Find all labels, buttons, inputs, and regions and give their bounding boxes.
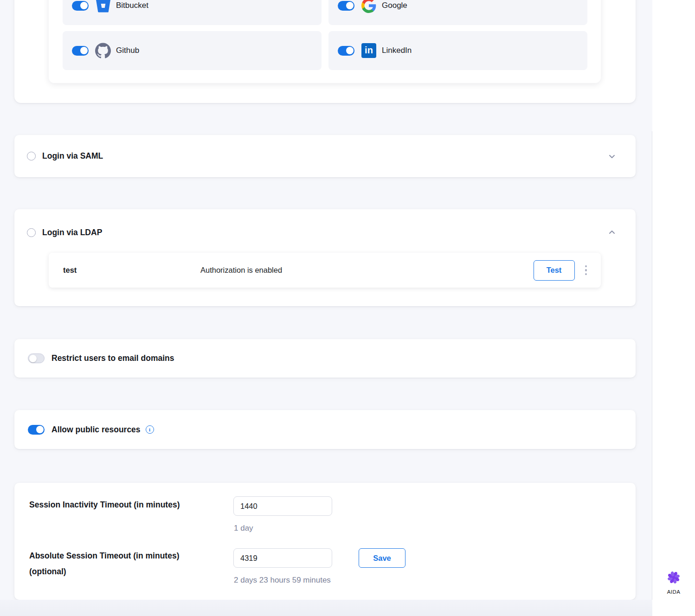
provider-row-linkedin: in LinkedIn [328, 31, 587, 70]
provider-row-github: Github [63, 31, 322, 70]
toggle-knob [36, 426, 44, 433]
github-icon [95, 43, 111, 58]
ldap-entry-status: Authorization is enabled [200, 266, 282, 275]
provider-label: Bitbucket [116, 1, 148, 10]
provider-label: LinkedIn [382, 46, 412, 55]
restrict-domains-card: Restrict users to email domains [14, 339, 636, 378]
bitbucket-toggle[interactable] [72, 1, 89, 11]
ldap-entry-name: test [63, 266, 200, 275]
auth-settings-page: Bitbucket Google [0, 0, 695, 616]
public-resources-label: Allow public resources [51, 425, 141, 435]
toggle-knob [346, 47, 354, 54]
aida-flower-icon [665, 569, 682, 586]
chevron-down-icon[interactable] [608, 152, 616, 160]
test-button[interactable]: Test [534, 260, 575, 281]
chevron-up-icon[interactable] [608, 228, 616, 237]
providers-grid: Bitbucket Google [63, 0, 587, 70]
provider-label: Google [382, 1, 407, 10]
absolute-timeout-optional-text: (optional) [29, 567, 66, 576]
linkedin-glyph: in [361, 43, 376, 58]
toggle-knob [80, 47, 88, 54]
session-timeout-card: Session Inactivity Timeout (in minutes) … [14, 483, 636, 600]
ldap-label: Login via LDAP [42, 228, 102, 237]
github-toggle[interactable] [72, 46, 89, 56]
panel-divider [652, 131, 652, 616]
saml-radio[interactable] [27, 152, 36, 160]
save-button[interactable]: Save [359, 548, 405, 568]
public-resources-card: Allow public resources i [14, 410, 636, 449]
inactivity-timeout-helper: 1 day [234, 524, 253, 533]
kebab-dot [585, 265, 587, 268]
restrict-domains-label: Restrict users to email domains [51, 353, 174, 363]
absolute-timeout-label: Absolute Session Timeout (in minutes) (o… [29, 548, 224, 579]
inactivity-timeout-label: Session Inactivity Timeout (in minutes) [29, 497, 180, 513]
kebab-dot [585, 273, 587, 276]
google-icon [361, 0, 377, 13]
providers-panel: Bitbucket Google [49, 0, 601, 83]
kebab-dot [585, 269, 587, 271]
right-panel [652, 0, 695, 616]
google-toggle[interactable] [338, 1, 354, 11]
ldap-entry-row: test Authorization is enabled Test [49, 253, 601, 288]
provider-label: Github [116, 46, 139, 55]
inactivity-timeout-input[interactable] [233, 496, 332, 516]
provider-row-bitbucket: Bitbucket [63, 0, 322, 25]
aida-label: AIDA [652, 589, 695, 595]
aida-widget[interactable]: AIDA [652, 569, 695, 595]
ldap-header[interactable]: Login via LDAP [14, 209, 636, 256]
absolute-timeout-helper: 2 days 23 hours 59 minutes [234, 576, 331, 585]
ldap-section-card: Login via LDAP test Authorization is ena… [14, 209, 636, 306]
toggle-knob [29, 355, 37, 362]
info-icon[interactable]: i [146, 425, 154, 434]
public-resources-toggle[interactable] [28, 425, 45, 435]
social-login-card: Bitbucket Google [14, 0, 636, 103]
linkedin-toggle[interactable] [338, 46, 354, 56]
saml-label: Login via SAML [42, 151, 103, 161]
page-bottom-strip [0, 600, 652, 616]
bitbucket-icon [95, 0, 111, 13]
toggle-knob [346, 2, 354, 9]
ldap-radio[interactable] [27, 228, 36, 237]
restrict-domains-toggle[interactable] [28, 353, 45, 363]
toggle-knob [80, 2, 88, 9]
kebab-menu-icon[interactable] [583, 263, 589, 277]
saml-section-card: Login via SAML [14, 135, 636, 177]
provider-row-google: Google [328, 0, 587, 25]
linkedin-icon: in [361, 43, 377, 58]
absolute-timeout-input[interactable] [233, 548, 332, 568]
saml-header[interactable]: Login via SAML [14, 135, 636, 177]
absolute-timeout-label-text: Absolute Session Timeout (in minutes) [29, 551, 179, 560]
